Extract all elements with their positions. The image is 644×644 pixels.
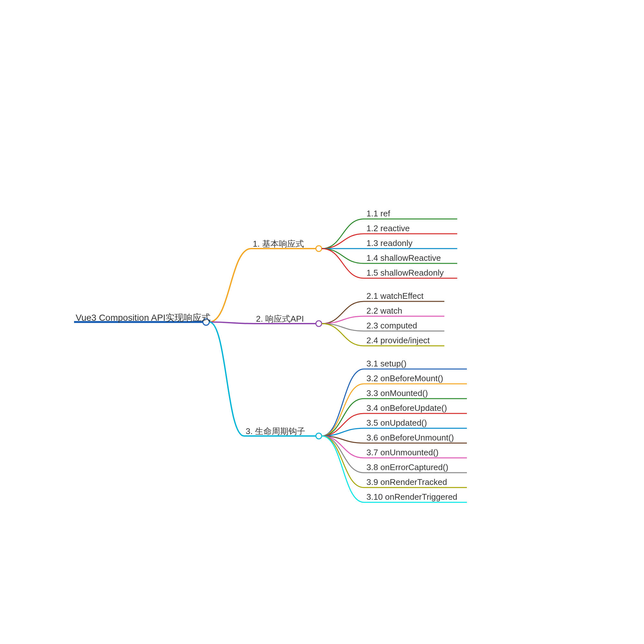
leaf-1-1: 1.1 ref (366, 209, 390, 219)
leaf-3-8: 3.8 onErrorCaptured() (366, 462, 448, 472)
leaf-1-2: 1.2 reactive (366, 223, 410, 233)
svg-point-16 (316, 433, 322, 439)
leaf-2-1: 2.1 watchEffect (366, 291, 423, 301)
leaf-3-9: 3.9 onRenderTracked (366, 477, 447, 487)
leaf-2-2: 2.2 watch (366, 306, 402, 316)
branch-1: 1. 基本响应式 (253, 238, 304, 250)
leaf-1-5: 1.5 shallowReadonly (366, 268, 444, 278)
leaf-3-4: 3.4 onBeforeUpdate() (366, 403, 447, 413)
leaf-3-7: 3.7 onUnmounted() (366, 448, 439, 458)
branch-3: 3. 生命周期钩子 (246, 426, 305, 437)
root-node: Vue3 Composition API实现响应式 (76, 312, 211, 324)
leaf-3-2: 3.2 onBeforeMount() (366, 374, 443, 384)
leaf-1-4: 1.4 shallowReactive (366, 253, 441, 263)
branch-2: 2. 响应式API (256, 313, 304, 325)
leaf-2-4: 2.4 provide/inject (366, 336, 430, 346)
leaf-1-3: 1.3 readonly (366, 238, 412, 248)
leaf-2-3: 2.3 computed (366, 321, 417, 331)
leaf-3-1: 3.1 setup() (366, 359, 406, 369)
svg-point-3 (316, 246, 322, 251)
svg-point-10 (316, 321, 322, 327)
leaf-3-10: 3.10 onRenderTriggered (366, 492, 457, 502)
leaf-3-3: 3.3 onMounted() (366, 388, 428, 398)
leaf-3-6: 3.6 onBeforeUnmount() (366, 433, 454, 443)
leaf-3-5: 3.5 onUpdated() (366, 418, 427, 428)
